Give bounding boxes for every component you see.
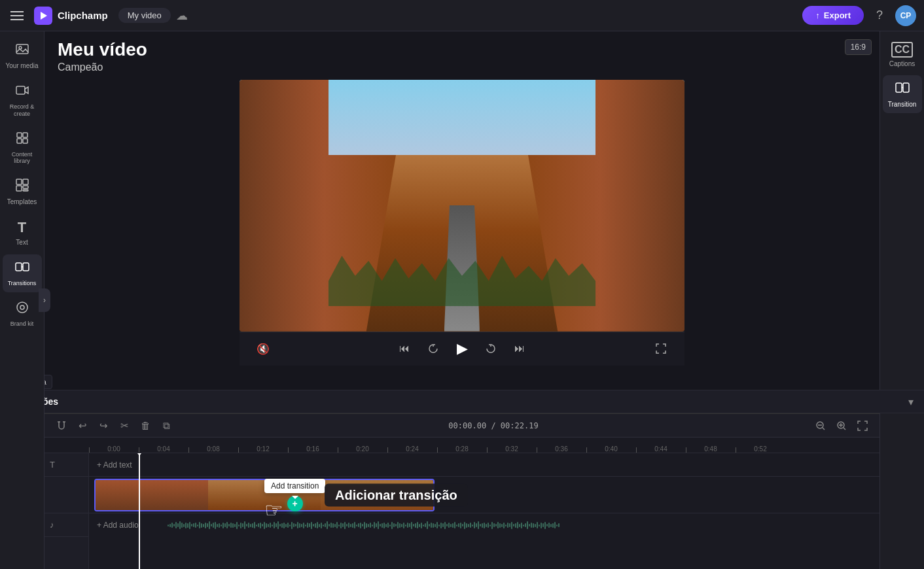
sidebar-item-content-library[interactable]: Content library bbox=[3, 126, 42, 171]
waveform-bar bbox=[274, 522, 275, 528]
ruler-mark-12: 0:48 bbox=[686, 445, 736, 453]
waveform-bar bbox=[399, 523, 400, 528]
cut-button[interactable]: ✂ bbox=[115, 417, 133, 435]
timeline-header: ↩ ↪ ✂ 🗑 ⧉ 00:00.00 / 00:22.19 bbox=[44, 414, 880, 438]
waveform-bar bbox=[279, 524, 281, 526]
waveform-bar bbox=[513, 524, 514, 526]
waveform-bar bbox=[260, 523, 261, 528]
sidebar-expand-button[interactable]: › bbox=[39, 288, 50, 312]
waveform-bar bbox=[358, 523, 359, 527]
waveform-bar bbox=[366, 523, 367, 528]
waveform-bar bbox=[452, 523, 453, 528]
project-name[interactable]: My video bbox=[118, 8, 171, 23]
waveform-bar bbox=[411, 522, 412, 529]
waveform-bar bbox=[195, 523, 196, 528]
add-text-button[interactable]: + Add text bbox=[97, 460, 132, 470]
waveform-bar bbox=[193, 523, 194, 527]
right-panel-captions[interactable]: CC Captions bbox=[883, 37, 922, 73]
add-audio-button[interactable]: + Add audio bbox=[97, 521, 139, 530]
waveform-bar bbox=[507, 523, 508, 528]
brand-kit-icon bbox=[15, 300, 29, 318]
skip-forward-button[interactable]: ⏭ bbox=[509, 338, 530, 359]
waveform-bar bbox=[187, 523, 188, 528]
forward-button[interactable] bbox=[480, 338, 501, 359]
waveform-bar bbox=[315, 523, 316, 528]
timeline-ruler: 0:00 0:04 0:08 0:12 0:16 0:20 0:24 0:28 … bbox=[44, 438, 880, 453]
sidebar-item-transitions[interactable]: Transitions bbox=[3, 254, 42, 292]
waveform-bar bbox=[431, 523, 432, 528]
waveform-bar bbox=[232, 523, 234, 528]
right-panel-transition[interactable]: Transition bbox=[883, 75, 922, 113]
video-track-label bbox=[44, 477, 88, 513]
sidebar: Your media Record & create Content lib bbox=[0, 31, 44, 569]
sidebar-item-templates[interactable]: Templates bbox=[3, 173, 42, 211]
waveform-bar bbox=[436, 522, 438, 528]
svg-rect-10 bbox=[23, 179, 28, 184]
sidebar-item-brand-kit[interactable]: Brand kit bbox=[3, 295, 42, 333]
waveform-bar bbox=[427, 521, 428, 529]
waveform-bar bbox=[542, 523, 544, 527]
svg-point-17 bbox=[17, 302, 27, 313]
zoom-in-button[interactable] bbox=[832, 417, 851, 435]
menu-button[interactable] bbox=[8, 7, 26, 25]
waveform-bar bbox=[505, 525, 506, 526]
cloud-save-icon: ☁ bbox=[176, 9, 188, 23]
help-button[interactable]: ? bbox=[869, 5, 890, 26]
waveform-bar bbox=[222, 523, 224, 528]
magnet-tool-button[interactable] bbox=[52, 417, 71, 435]
waveform-bar bbox=[395, 524, 397, 526]
waveform-bar bbox=[417, 522, 418, 528]
waveform-bar bbox=[230, 523, 232, 528]
redo-button[interactable]: ↪ bbox=[94, 417, 113, 435]
playhead[interactable] bbox=[139, 453, 140, 569]
copy-button[interactable]: ⧉ bbox=[157, 417, 175, 435]
rewind-button[interactable] bbox=[423, 338, 444, 359]
waveform-bar bbox=[405, 525, 406, 526]
waveform-bar bbox=[277, 521, 279, 529]
svg-rect-28 bbox=[896, 83, 902, 92]
waveform-bar bbox=[413, 524, 414, 526]
waveform-bar bbox=[352, 523, 353, 528]
waveform-bar bbox=[499, 523, 501, 528]
waveform-bar bbox=[523, 525, 524, 526]
waveform-bar bbox=[382, 523, 383, 528]
waveform-bar bbox=[546, 524, 548, 526]
waveform-bar bbox=[168, 525, 169, 526]
delete-button[interactable]: 🗑 bbox=[136, 417, 154, 435]
waveform-bar bbox=[558, 523, 560, 527]
undo-button[interactable]: ↩ bbox=[73, 417, 92, 435]
waveform-bar bbox=[525, 523, 526, 527]
waveform-bar bbox=[297, 522, 298, 528]
skip-back-button[interactable]: ⏮ bbox=[394, 338, 415, 359]
waveform-bar bbox=[501, 524, 503, 527]
waveform-bar bbox=[550, 524, 552, 527]
fullscreen-button[interactable] bbox=[650, 338, 671, 359]
waveform-bar bbox=[301, 524, 302, 527]
time-display: 00:00.00 / 00:22.19 bbox=[448, 421, 538, 430]
waveform-bar bbox=[340, 523, 342, 528]
waveform-bar bbox=[173, 524, 175, 526]
export-button[interactable]: ↑ Export bbox=[802, 6, 864, 25]
waveform-bar bbox=[354, 522, 355, 528]
waveform-bar bbox=[250, 524, 251, 527]
zoom-out-button[interactable] bbox=[811, 417, 830, 435]
sidebar-item-your-media[interactable]: Your media bbox=[3, 37, 42, 75]
waveform-bar bbox=[527, 521, 528, 529]
sidebar-item-text[interactable]: T Text bbox=[3, 214, 42, 252]
waveform-bar bbox=[224, 523, 226, 527]
sidebar-item-record-create[interactable]: Record & create bbox=[3, 78, 42, 123]
canyon-background bbox=[240, 80, 684, 332]
avatar[interactable]: CP bbox=[895, 5, 916, 26]
waveform-bar bbox=[221, 525, 222, 526]
play-button[interactable]: ▶ bbox=[452, 338, 472, 359]
waveform-bar bbox=[397, 522, 399, 528]
waveform-bar bbox=[183, 524, 185, 527]
waveform-bar bbox=[456, 525, 457, 526]
waveform-bar bbox=[344, 522, 346, 529]
waveform-bar bbox=[319, 524, 320, 527]
fit-button[interactable] bbox=[853, 417, 872, 435]
waveform-bar bbox=[484, 523, 485, 528]
record-create-icon bbox=[15, 83, 29, 101]
mute-button[interactable]: 🔇 bbox=[253, 338, 274, 359]
aspect-ratio-badge[interactable]: 16:9 bbox=[845, 39, 872, 55]
